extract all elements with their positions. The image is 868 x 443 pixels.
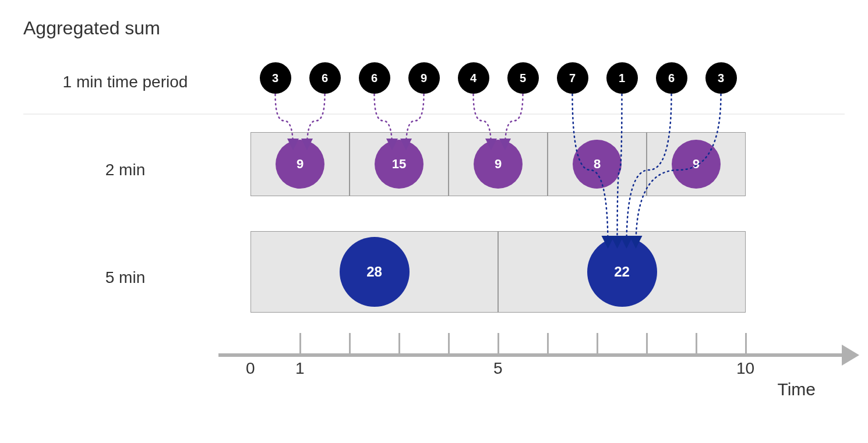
axis-tick <box>299 333 301 353</box>
axis-tick <box>745 333 747 353</box>
row-2min: 2 min 915989 <box>23 132 845 208</box>
axis-tick-label: 0 <box>246 359 255 378</box>
one-min-dot: 6 <box>309 62 341 94</box>
diagram-title: Aggregated sum <box>23 17 845 39</box>
row-5min-label: 5 min <box>23 267 227 288</box>
axis-tick-label: 5 <box>493 359 503 378</box>
row-1min-label: 1 min time period <box>23 72 227 93</box>
one-min-dot: 3 <box>705 62 737 94</box>
two-min-dot: 9 <box>276 140 324 189</box>
five-min-dot: 22 <box>587 237 657 307</box>
one-min-dot: 3 <box>260 62 291 94</box>
axis-tick-label: 10 <box>736 359 754 378</box>
axis-tick <box>646 333 648 353</box>
axis-tick-label: 1 <box>295 359 305 378</box>
one-min-dot: 1 <box>606 62 638 94</box>
axis-tick <box>597 333 598 353</box>
axis-tick <box>696 333 697 353</box>
axis-arrowhead-icon <box>842 345 859 366</box>
axis-tick <box>547 333 549 353</box>
axis-tick <box>448 333 450 353</box>
axis-tick <box>497 333 499 353</box>
two-min-dot: 15 <box>375 140 424 189</box>
two-min-dot: 9 <box>474 140 523 189</box>
one-min-dot: 4 <box>458 62 489 94</box>
row-1min: 1 min time period 3669457163 <box>23 62 845 115</box>
two-min-dot: 9 <box>672 140 721 189</box>
axis-label: Time <box>777 380 816 399</box>
one-min-dot: 6 <box>656 62 687 94</box>
one-min-dot: 5 <box>507 62 539 94</box>
one-min-dot: 9 <box>408 62 440 94</box>
row-2min-label: 2 min <box>23 160 227 180</box>
axis-tick <box>349 333 351 353</box>
one-min-dot: 7 <box>557 62 588 94</box>
one-min-dot: 6 <box>359 62 390 94</box>
axis-line <box>218 353 848 357</box>
time-axis: 01510 Time <box>227 330 839 388</box>
row-5min: 5 min 2822 <box>23 231 845 324</box>
axis-tick <box>398 333 400 353</box>
two-min-dot: 8 <box>573 140 622 189</box>
five-min-dot: 28 <box>340 237 410 307</box>
